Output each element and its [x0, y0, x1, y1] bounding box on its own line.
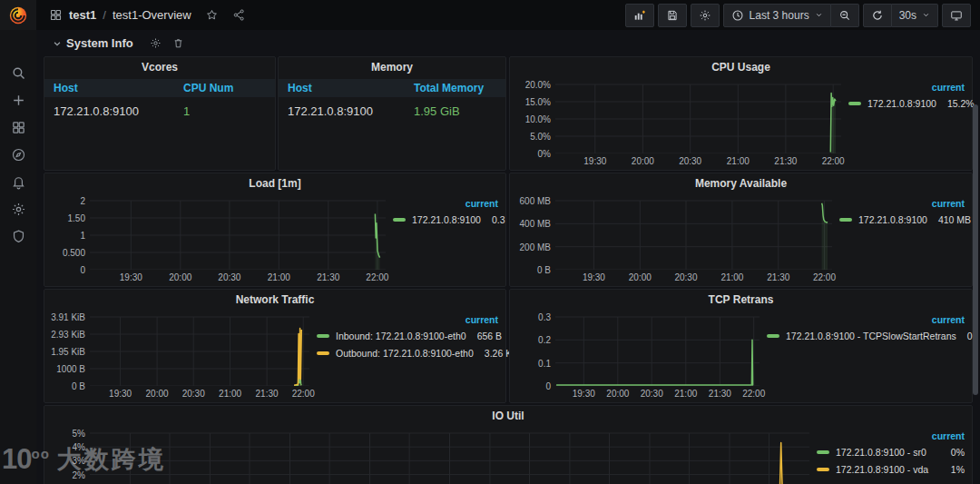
legend-item[interactable]: 172.21.0.8:910015.2%	[848, 94, 965, 112]
scrollbar-thumb[interactable]	[973, 104, 978, 395]
y-axis-label: 0.500	[63, 248, 85, 258]
legend-series-name: 172.21.0.8:9100	[858, 214, 927, 225]
save-icon	[666, 9, 679, 22]
y-axis-label: 1.50	[68, 213, 85, 223]
legend-item[interactable]: Inbound: 172.21.0.8:9100-eth0656 B	[317, 327, 498, 344]
legend-item[interactable]: 172.21.0.8:9100410 MB	[839, 211, 965, 228]
sidebar-item-explore[interactable]	[0, 141, 36, 168]
chart-plot[interactable]: 19:3020:0020:3021:0021:3022:00	[555, 77, 841, 168]
legend-current-header[interactable]: current	[767, 312, 965, 327]
chart-legend: current172.21.0.8:9100 - TCPSlowStartRet…	[760, 310, 968, 400]
chart-legend: currentInbound: 172.21.0.8:9100-eth0656 …	[309, 310, 502, 400]
row-collapse-toggle[interactable]: System Info	[47, 35, 139, 51]
host-cell: 172.21.0.8:9100	[288, 104, 414, 118]
panel-title[interactable]: Vcores	[44, 57, 275, 77]
x-axis-label: 19:30	[571, 272, 616, 282]
x-axis-label: 21:30	[763, 156, 808, 166]
sidebar-item-dashboards[interactable]	[0, 114, 36, 141]
legend-series-marker	[817, 450, 829, 454]
server-admin-icon	[11, 229, 26, 244]
chart-plot[interactable]: 19:3020:0020:3021:0021:3022:00	[555, 310, 760, 400]
column-header[interactable]: CPU Num	[183, 82, 270, 94]
legend-current-header[interactable]: current	[848, 80, 965, 94]
dashboard-canvas: System Info Vcores HostCPU Num172.21.0.8…	[36, 30, 980, 484]
cycle-view-mode-button[interactable]	[942, 4, 971, 27]
panel-title[interactable]: Memory Available	[510, 173, 972, 193]
y-axis-label: 0.1	[538, 358, 551, 368]
add-panel-button[interactable]	[625, 4, 654, 27]
refresh-interval-button[interactable]: 30s	[892, 4, 938, 27]
star-button[interactable]	[205, 8, 219, 23]
y-axis-label: 600 MB	[520, 196, 551, 206]
panel-title[interactable]: Load [1m]	[44, 173, 505, 193]
sidebar-item-search[interactable]	[0, 59, 36, 86]
legend-current-header[interactable]: current	[817, 429, 965, 443]
legend-series-value: 0%	[940, 447, 965, 458]
column-header[interactable]: Host	[54, 82, 183, 94]
legend-series-value: 0	[956, 331, 973, 341]
x-axis-label: 22:00	[355, 272, 400, 282]
host-cell: 172.21.0.8:9100	[54, 104, 183, 118]
legend-current-header[interactable]: current	[317, 312, 498, 327]
panel-title[interactable]: Network Traffic	[44, 290, 505, 310]
y-axis: 0%1%2%3%4%5%	[48, 426, 90, 484]
chart-legend: current172.21.0.8:9100 - sr00%172.21.0.8…	[809, 426, 968, 484]
chart-legend: current172.21.0.8:910015.2%	[841, 77, 968, 168]
y-axis: 0 B200 MB400 MB600 MB	[514, 193, 555, 284]
dashboard-settings-button[interactable]	[691, 4, 720, 27]
x-axis-label: 21:30	[306, 272, 351, 282]
y-axis-label: 1.95 KiB	[51, 347, 85, 357]
breadcrumb-title[interactable]: test1-Overview	[113, 8, 191, 22]
panel-title[interactable]: TCP Retrans	[510, 290, 972, 310]
x-axis-label: 22:00	[801, 272, 847, 282]
legend-series-marker	[317, 334, 329, 338]
legend-item[interactable]: 172.21.0.8:9100 - TCPSlowStartRetrans0	[767, 327, 965, 344]
panel-title[interactable]: Memory	[279, 57, 505, 77]
x-axis-label: 21:00	[256, 272, 301, 282]
sidebar-item-alerting[interactable]	[0, 168, 36, 195]
panel-title[interactable]: IO Util	[44, 406, 972, 426]
legend-item[interactable]: Outbound: 172.21.0.8:9100-eth03.26 KiB	[317, 344, 498, 361]
column-header[interactable]: Total Memory	[414, 82, 500, 94]
y-axis-label: 10.0%	[525, 114, 551, 124]
chevron-down-icon	[53, 39, 62, 48]
legend-series-marker	[767, 334, 779, 338]
sidebar	[0, 30, 36, 484]
chart-plot[interactable]	[90, 426, 809, 484]
refresh-button[interactable]	[863, 4, 892, 27]
value-cell: 1	[183, 104, 270, 118]
chart-plot[interactable]: 19:3020:0020:3021:0021:3022:00	[555, 193, 832, 284]
share-button[interactable]	[232, 8, 246, 23]
zoom-out-button[interactable]	[831, 4, 859, 27]
chart-plot[interactable]: 19:3020:0020:3021:0021:3022:00	[90, 310, 309, 400]
table-row: 172.21.0.8:91001.95 GiB	[279, 97, 505, 124]
row-settings-button[interactable]	[150, 36, 162, 51]
legend-current-header[interactable]: current	[839, 196, 965, 211]
legend-series-name: 172.21.0.8:9100 - sr0	[836, 447, 926, 458]
y-axis-label: 2.93 KiB	[51, 330, 85, 340]
refresh-icon	[871, 9, 884, 22]
chart-svg	[90, 310, 309, 386]
grafana-logo[interactable]	[0, 0, 36, 30]
panel-cpu-usage: CPU Usage 0%5.0%10.0%15.0%20.0%19:3020:0…	[509, 56, 973, 171]
configuration-icon	[11, 202, 26, 217]
sidebar-item-configuration[interactable]	[0, 195, 36, 222]
legend-item[interactable]: 172.21.0.8:91000.3	[393, 211, 498, 228]
column-header[interactable]: Host	[288, 82, 414, 94]
legend-series-marker	[817, 468, 829, 471]
panel-title[interactable]: CPU Usage	[510, 57, 972, 77]
gear-icon	[699, 9, 711, 22]
row-delete-button[interactable]	[172, 36, 184, 51]
y-axis-label: 400 MB	[520, 219, 551, 229]
legend-series-value: 15.2%	[936, 98, 975, 109]
sidebar-item-create[interactable]	[0, 86, 36, 114]
sidebar-item-server-admin[interactable]	[0, 222, 36, 250]
legend-series-value: 410 MB	[927, 214, 971, 225]
legend-current-header[interactable]: current	[393, 196, 498, 211]
breadcrumb-folder[interactable]: test1	[69, 8, 96, 22]
legend-item[interactable]: 172.21.0.8:9100 - vda1%	[817, 460, 965, 478]
time-range-button[interactable]: Last 3 hours	[723, 4, 831, 27]
chart-plot[interactable]: 19:3020:0020:3021:0021:3022:00	[90, 193, 386, 284]
save-dashboard-button[interactable]	[658, 4, 687, 27]
legend-item[interactable]: 172.21.0.8:9100 - sr00%	[817, 443, 965, 460]
